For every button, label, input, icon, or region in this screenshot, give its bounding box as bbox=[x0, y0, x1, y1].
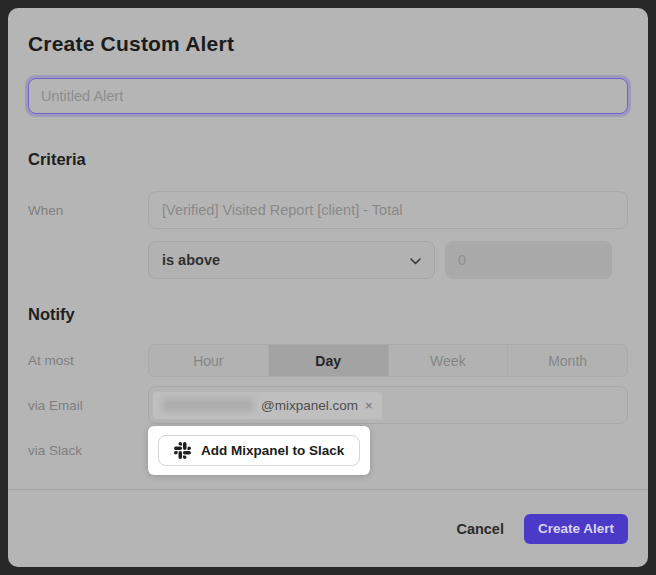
condition-select[interactable]: is above bbox=[148, 241, 435, 279]
remove-email-icon[interactable]: × bbox=[365, 398, 373, 413]
slack-button-label: Add Mixpanel to Slack bbox=[201, 443, 344, 458]
modal-footer: Cancel Create Alert bbox=[8, 489, 648, 567]
via-email-row: via Email @mixpanel.com × bbox=[28, 386, 628, 424]
via-slack-row: via Slack Add Mixpanel to Slack bbox=[28, 426, 628, 475]
frequency-segmented-control: Hour Day Week Month bbox=[148, 344, 628, 377]
email-chip-domain: @mixpanel.com bbox=[261, 398, 358, 413]
alert-name-input[interactable] bbox=[28, 78, 628, 114]
via-slack-label: via Slack bbox=[28, 443, 148, 458]
page-title: Create Custom Alert bbox=[28, 32, 628, 56]
condition-selected-value: is above bbox=[162, 252, 410, 268]
when-event-value: [Verified] Visited Report [client] - Tot… bbox=[162, 202, 402, 218]
condition-row: is above 0 bbox=[28, 241, 628, 279]
segment-month[interactable]: Month bbox=[508, 345, 627, 376]
segment-week[interactable]: Week bbox=[389, 345, 509, 376]
email-recipients-input[interactable]: @mixpanel.com × bbox=[148, 386, 628, 424]
segment-hour[interactable]: Hour bbox=[149, 345, 269, 376]
via-email-label: via Email bbox=[28, 398, 148, 413]
onboarding-spotlight: Add Mixpanel to Slack bbox=[148, 426, 370, 475]
email-chip: @mixpanel.com × bbox=[153, 392, 382, 419]
create-custom-alert-modal: Create Custom Alert Criteria When [Verif… bbox=[8, 8, 648, 567]
modal-body: Create Custom Alert Criteria When [Verif… bbox=[8, 8, 648, 475]
segment-day[interactable]: Day bbox=[269, 345, 389, 376]
when-event-input[interactable]: [Verified] Visited Report [client] - Tot… bbox=[148, 191, 628, 229]
criteria-heading: Criteria bbox=[28, 150, 628, 169]
at-most-label: At most bbox=[28, 353, 148, 368]
when-row: When [Verified] Visited Report [client] … bbox=[28, 191, 628, 229]
slack-icon bbox=[174, 442, 191, 459]
at-most-row: At most Hour Day Week Month bbox=[28, 344, 628, 377]
chevron-down-icon bbox=[410, 252, 421, 268]
when-label: When bbox=[28, 203, 148, 218]
cancel-button[interactable]: Cancel bbox=[456, 521, 504, 537]
notify-heading: Notify bbox=[28, 305, 628, 324]
add-mixpanel-to-slack-button[interactable]: Add Mixpanel to Slack bbox=[158, 435, 360, 466]
threshold-value: 0 bbox=[458, 252, 466, 268]
create-alert-button[interactable]: Create Alert bbox=[524, 514, 628, 544]
threshold-input[interactable]: 0 bbox=[445, 241, 612, 279]
redacted-email-username bbox=[162, 398, 254, 412]
